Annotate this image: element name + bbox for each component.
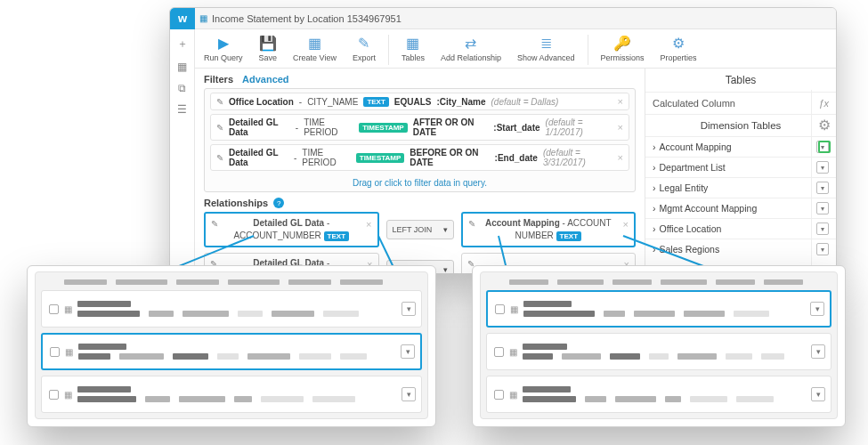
gear-icon[interactable]: ⚙ xyxy=(818,117,831,134)
checkbox[interactable] xyxy=(494,347,504,357)
export-icon: ✎ xyxy=(358,35,369,52)
show-advanced-button[interactable]: ≣Show Advanced xyxy=(512,33,580,64)
toolbar: ▶Run Query 💾Save ▦Create View ✎Export ▦T… xyxy=(170,29,836,69)
table-item[interactable]: ›Mgmt Account Mapping▾ xyxy=(645,198,836,218)
chevron-down-icon[interactable]: ▾ xyxy=(811,387,825,401)
edit-icon[interactable]: ✎ xyxy=(216,153,223,163)
right-strip: ⚙ xyxy=(811,90,836,273)
filter-hint[interactable]: Drag or click to filter data in query. xyxy=(210,174,629,188)
type-pill: TIMESTAMP xyxy=(356,153,405,163)
filters-label: Filters xyxy=(204,74,233,85)
table-item[interactable]: ›Sales Regions▾ xyxy=(645,239,836,259)
filters-box: ✎ Office Location-CITY_NAME TEXT EQUALS … xyxy=(204,88,636,192)
preview-row[interactable]: ▦ ▾ xyxy=(486,376,831,413)
advanced-link[interactable]: Advanced xyxy=(242,74,289,85)
preview-row[interactable]: ▦ ▾ xyxy=(486,290,831,328)
add-icon[interactable]: ＋ xyxy=(177,36,188,52)
tables-panel-title: Tables xyxy=(645,69,836,93)
relationship-right-card[interactable]: ✎ Account Mapping - ACCOUNT NUMBER TEXT … xyxy=(461,212,637,247)
filter-row[interactable]: ✎ Detailed GL Data-TIME PERIOD TIMESTAMP… xyxy=(210,144,629,171)
window-title: Income Statement by Location 1534967951 xyxy=(212,13,402,24)
remove-icon[interactable]: × xyxy=(618,96,623,107)
table-icon: ▦ xyxy=(509,390,517,400)
table-icon: ▦ xyxy=(64,304,72,314)
advanced-icon: ≣ xyxy=(540,35,552,52)
join-type-dropdown[interactable]: LEFT JOIN▾ xyxy=(386,220,454,239)
preview-row[interactable]: ▦ ▾ xyxy=(41,376,422,413)
query-builder-window: w ▦ Income Statement by Location 1534967… xyxy=(169,7,837,274)
table-item[interactable]: ›Office Location▾ xyxy=(645,218,836,239)
chevron-down-icon[interactable]: ▾ xyxy=(402,387,416,401)
table-icon: ▦ xyxy=(64,390,72,400)
titlebar: w ▦ Income Statement by Location 1534967… xyxy=(170,8,836,29)
save-icon: 💾 xyxy=(259,35,277,52)
play-icon: ▶ xyxy=(218,35,229,52)
remove-icon[interactable]: × xyxy=(618,122,623,133)
preview-row[interactable]: ▦ ▾ xyxy=(486,333,831,370)
center-pane: Filters Advanced ✎ Office Location-CITY_… xyxy=(195,69,645,273)
table-item[interactable]: ›Account Mapping▾ xyxy=(645,136,836,157)
filter-row[interactable]: ✎ Detailed GL Data-TIME PERIOD TIMESTAMP… xyxy=(210,114,629,141)
preview-header-row xyxy=(486,278,831,290)
checkbox[interactable] xyxy=(49,304,59,314)
left-rail: ＋ ▦ ⧉ ☰ xyxy=(170,29,195,273)
run-query-button[interactable]: ▶Run Query xyxy=(199,33,248,64)
chevron-down-icon[interactable]: ▾ xyxy=(810,302,824,316)
list-icon[interactable]: ☰ xyxy=(177,103,187,116)
save-button[interactable]: 💾Save xyxy=(254,33,283,64)
edit-icon[interactable]: ✎ xyxy=(216,97,223,107)
chevron-down-icon: ▾ xyxy=(443,265,448,273)
remove-icon[interactable]: × xyxy=(618,152,623,163)
brand-logo: w xyxy=(170,8,195,29)
gear-icon: ⚙ xyxy=(672,35,685,52)
tables-panel: Tables Calculated Column ƒx Dimension Ta… xyxy=(645,69,836,273)
edit-icon[interactable]: ✎ xyxy=(216,123,223,133)
calculated-column-button[interactable]: Calculated Column ƒx xyxy=(645,93,836,115)
checkbox[interactable] xyxy=(495,304,505,314)
preview-header-row xyxy=(41,278,422,290)
relationship-left-card[interactable]: ✎ Detailed GL Data -ACCOUNT_NUMBER TEXT … xyxy=(204,212,379,247)
checkbox[interactable] xyxy=(49,390,59,400)
table-icon: ▦ xyxy=(509,347,517,357)
export-button[interactable]: ✎Export xyxy=(347,33,381,64)
key-icon: 🔑 xyxy=(613,35,631,52)
properties-button[interactable]: ⚙Properties xyxy=(655,33,702,64)
add-relationship-button[interactable]: ⇄Add Relationship xyxy=(435,33,507,64)
edit-icon[interactable]: ✎ xyxy=(468,219,475,229)
grid-icon[interactable]: ▦ xyxy=(177,61,187,73)
preview-row[interactable]: ▦ ▾ xyxy=(41,290,422,328)
relationships-header: Relationships ? xyxy=(204,198,636,208)
chevron-down-icon[interactable]: ▾ xyxy=(402,302,416,316)
table-icon: ▦ xyxy=(510,304,518,314)
help-icon[interactable]: ? xyxy=(273,198,284,208)
table-icon: ▦ xyxy=(308,35,321,52)
remove-icon[interactable]: × xyxy=(366,219,371,230)
type-pill: TIMESTAMP xyxy=(359,123,408,133)
relationships-label: Relationships xyxy=(204,198,268,208)
copy-icon[interactable]: ⧉ xyxy=(178,82,186,94)
permissions-button[interactable]: 🔑Permissions xyxy=(596,33,650,64)
filter-row[interactable]: ✎ Office Location-CITY_NAME TEXT EQUALS … xyxy=(210,93,629,110)
checkbox[interactable] xyxy=(50,347,60,357)
preview-panel-right: ▦ ▾ ▦ xyxy=(472,265,846,427)
table-item[interactable]: ›Department List▾ xyxy=(645,157,836,177)
checkbox[interactable] xyxy=(494,390,504,400)
chevron-down-icon: ▾ xyxy=(443,225,448,234)
datasource-icon: ▦ xyxy=(199,13,207,23)
chevron-down-icon[interactable]: ▾ xyxy=(401,344,415,359)
tables-button[interactable]: ▦Tables xyxy=(396,33,430,64)
main-area: Filters Advanced ✎ Office Location-CITY_… xyxy=(195,69,836,273)
table-icon: ▦ xyxy=(65,347,73,357)
chevron-down-icon[interactable]: ▾ xyxy=(811,344,825,359)
preview-panel-left: ▦ ▾ ▦ xyxy=(27,265,436,427)
create-view-button[interactable]: ▦Create View xyxy=(288,33,342,64)
dimension-tables-header: Dimension Tables xyxy=(645,115,836,136)
edit-icon[interactable]: ✎ xyxy=(211,219,218,229)
remove-icon[interactable]: × xyxy=(623,219,629,230)
table-item[interactable]: ›Legal Entity▾ xyxy=(645,177,836,198)
preview-row[interactable]: ▦ ▾ xyxy=(41,333,422,370)
filters-header: Filters Advanced xyxy=(204,74,636,85)
tables-icon: ▦ xyxy=(406,35,419,52)
relationship-row: ✎ Detailed GL Data -ACCOUNT_NUMBER TEXT … xyxy=(204,212,636,247)
status-indicator xyxy=(818,141,831,153)
